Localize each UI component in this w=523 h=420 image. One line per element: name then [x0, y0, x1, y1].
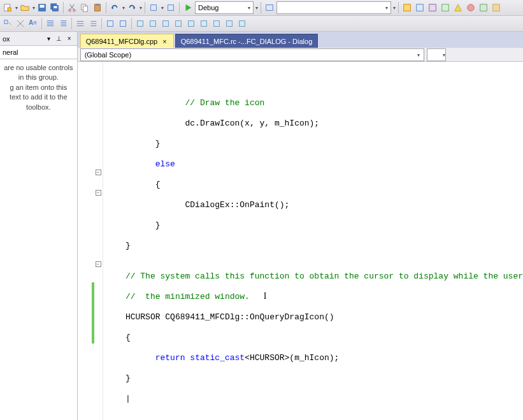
fold-toggle[interactable]: − [96, 170, 101, 175]
undo-button[interactable] [109, 2, 120, 13]
separator [145, 2, 145, 13]
undo-dropdown[interactable]: ▾ [122, 2, 125, 13]
gutter[interactable]: − − − [78, 62, 103, 420]
uncomment-button[interactable] [87, 18, 99, 29]
code-line: | [106, 394, 131, 403]
tb-btn-b[interactable] [147, 18, 159, 29]
change-indicator [92, 282, 94, 344]
separator [398, 2, 399, 13]
tb-btn-c[interactable] [160, 18, 171, 29]
separator [106, 2, 106, 13]
code-line: HCURSOR CQ689411_MFCDlg::OnQueryDragIcon… [106, 312, 334, 322]
tb-btn-e[interactable] [185, 18, 197, 29]
svg-rect-10 [83, 6, 87, 11]
member-list-button[interactable] [2, 18, 13, 29]
code-body[interactable]: // Draw the icon dc.DrawIcon(x, y, m_hIc… [103, 62, 523, 420]
quick-info-button[interactable] [15, 18, 26, 29]
svg-point-20 [468, 4, 475, 11]
code-line: } [106, 221, 161, 230]
svg-rect-6 [54, 6, 57, 8]
open-file-button[interactable] [19, 2, 31, 13]
param-info-button[interactable]: A≡ [27, 18, 39, 29]
bookmark-button[interactable] [104, 18, 116, 29]
start-debug-button[interactable] [182, 2, 194, 13]
svg-rect-22 [493, 4, 500, 11]
copy-button[interactable] [79, 2, 90, 13]
cut-button[interactable] [66, 2, 78, 13]
navigation-bar: (Global Scope) ▾ ▾ [78, 48, 523, 62]
window-menu-icon[interactable]: ▾ [44, 34, 54, 44]
tb-btn-i[interactable] [236, 18, 248, 29]
increase-indent-button[interactable] [57, 18, 69, 29]
toolbox-title: ox [3, 35, 10, 43]
code-line: CDialogEx::OnPaint(); [106, 200, 290, 210]
bookmark-prev-button[interactable] [117, 18, 129, 29]
separator [131, 18, 132, 29]
open-file-dropdown[interactable]: ▾ [32, 2, 35, 13]
svg-rect-23 [4, 20, 8, 24]
toolbox-section-general[interactable]: neral [0, 46, 77, 59]
redo-button[interactable] [126, 2, 138, 13]
svg-rect-24 [108, 21, 113, 27]
output-button[interactable] [465, 2, 476, 13]
solution-explorer-button[interactable] [401, 2, 413, 13]
decrease-indent-button[interactable] [45, 18, 56, 29]
toolbox-panel: ox ▾ ⊥ × neral are no usable controls in… [0, 32, 78, 420]
tools-button[interactable] [478, 2, 489, 13]
new-project-dropdown[interactable]: ▾ [15, 2, 18, 13]
fold-toggle[interactable]: − [96, 190, 101, 196]
paste-button[interactable] [92, 2, 103, 13]
error-list-button[interactable] [452, 2, 464, 13]
tab-active[interactable]: Q689411_MFCDlg.cpp × [80, 34, 174, 48]
toolbox-button[interactable] [427, 2, 438, 13]
tb-btn-d[interactable] [173, 18, 184, 29]
separator [101, 18, 102, 29]
extensions-button[interactable] [491, 2, 502, 13]
separator [179, 2, 180, 13]
save-all-button[interactable] [49, 2, 61, 13]
config-dropdown[interactable]: ▾ [255, 2, 258, 13]
svg-rect-12 [96, 4, 99, 6]
fold-toggle[interactable]: − [96, 261, 101, 267]
platform-dropdown[interactable]: ▾ [392, 2, 396, 13]
tb-btn-f[interactable] [198, 18, 210, 29]
save-button[interactable] [36, 2, 48, 13]
tab-inactive[interactable]: Q689411_MFC.rc -...FC_DIALOG - Dialog [175, 34, 319, 48]
member-combo[interactable]: ▾ [427, 48, 446, 61]
config-value: Debug [198, 4, 219, 11]
new-project-button[interactable] [2, 2, 13, 13]
nav-forward-button[interactable] [165, 2, 176, 13]
config-combo[interactable]: Debug▾ [195, 1, 254, 14]
empty-text-1: are no usable controls in this group. [4, 63, 73, 83]
editor-area: Q689411_MFCDlg.cpp × Q689411_MFC.rc -...… [78, 32, 523, 420]
code-editor[interactable]: − − − // Draw the icon dc.DrawIcon(x, y,… [78, 62, 523, 420]
properties-button[interactable] [414, 2, 426, 13]
tb-btn-a[interactable] [134, 18, 146, 29]
class-view-button[interactable] [440, 2, 451, 13]
svg-rect-29 [176, 21, 182, 27]
chevron-down-icon: ▾ [417, 52, 420, 58]
redo-dropdown[interactable]: ▾ [139, 2, 142, 13]
tb-btn-g[interactable] [211, 18, 222, 29]
close-icon[interactable]: × [64, 34, 75, 44]
comment-button[interactable] [75, 18, 86, 29]
svg-rect-32 [214, 21, 220, 27]
code-line: { [106, 180, 161, 189]
nav-backward-button[interactable] [148, 2, 159, 13]
separator [41, 18, 42, 29]
tb-btn-h[interactable] [224, 18, 235, 29]
chevron-down-icon: ▾ [385, 5, 388, 11]
svg-rect-3 [40, 5, 45, 8]
nav-backward-dropdown[interactable]: ▾ [161, 2, 164, 13]
platform-combo[interactable]: ▾ [276, 1, 391, 14]
separator [261, 2, 261, 13]
svg-rect-30 [189, 21, 194, 27]
tab-close-icon[interactable]: × [161, 38, 168, 45]
scope-combo[interactable]: (Global Scope) ▾ [80, 48, 424, 61]
find-button[interactable] [264, 2, 275, 13]
svg-rect-33 [227, 21, 233, 27]
svg-rect-34 [240, 21, 245, 27]
code-line: } [106, 373, 131, 383]
svg-rect-16 [404, 4, 411, 11]
pin-icon[interactable]: ⊥ [54, 34, 64, 44]
